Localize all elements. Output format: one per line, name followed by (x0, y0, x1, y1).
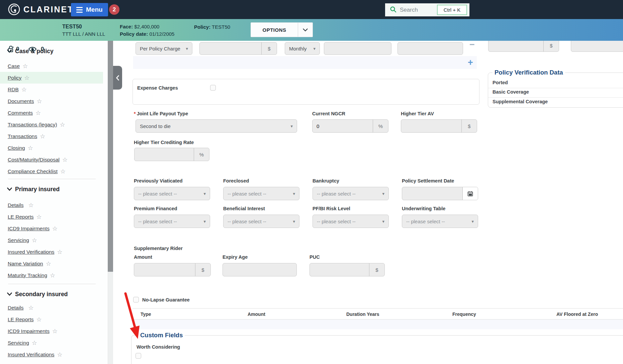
charge-type-select[interactable]: Per Policy Charge ▾ (136, 42, 192, 55)
star-icon[interactable]: ☆ (28, 202, 33, 209)
right-amount-input[interactable]: $ (488, 39, 559, 52)
star-icon[interactable]: ☆ (57, 248, 63, 256)
top-navbar: CLARINET Menu 2 Search Ctrl + K (0, 0, 623, 19)
previously-viaticated-select[interactable]: -- please select --▾ (134, 187, 210, 200)
rider-amount-input[interactable]: $ (134, 263, 211, 276)
star-icon[interactable]: ☆ (35, 109, 41, 117)
star-icon[interactable]: ☆ (22, 63, 28, 70)
sidebar-item-case[interactable]: Case☆ (0, 60, 103, 72)
charge-frequency-select[interactable]: Monthly ▾ (285, 42, 320, 55)
sidebar-item-transactions-legacy[interactable]: Transactions (legacy)☆ (0, 119, 103, 130)
star-icon[interactable]: ☆ (52, 225, 58, 232)
chevron-down-icon: ▾ (313, 46, 316, 51)
star-icon[interactable]: ☆ (46, 363, 51, 364)
right-edge-input[interactable] (571, 39, 623, 52)
search-placeholder: Search (400, 7, 418, 13)
sidebar-scrollbar-thumb[interactable] (108, 41, 113, 272)
star-icon[interactable]: ☆ (60, 168, 66, 175)
star-icon[interactable]: ☆ (57, 351, 63, 358)
notification-badge[interactable]: 2 (109, 4, 119, 15)
joint-life-select[interactable]: Second to die ▾ (136, 119, 297, 133)
sidebar-item-compliance-checklist[interactable]: Compliance Checklist☆ (0, 165, 103, 177)
menu-button-label: Menu (86, 6, 103, 13)
underwriting-table-select[interactable]: -- please select --▾ (402, 215, 478, 228)
sidebar-item-primary-icd9[interactable]: ICD9 Impairments☆ (0, 223, 103, 234)
sidebar-item-rdb[interactable]: RDB☆ (0, 84, 103, 95)
rider-expiry-age-input[interactable] (222, 263, 297, 276)
star-icon[interactable]: ☆ (32, 339, 37, 347)
sidebar-item-primary-name-variation[interactable]: Name Variation☆ (0, 258, 103, 269)
sidebar-item-primary-maturity-tracking[interactable]: Maturity Tracking☆ (0, 269, 103, 281)
sidebar-item-primary-details[interactable]: Details☆ (0, 199, 103, 211)
star-icon[interactable]: ☆ (32, 237, 37, 244)
add-row-button[interactable]: + (468, 59, 473, 66)
star-icon[interactable]: ☆ (28, 144, 33, 152)
star-icon[interactable]: ☆ (40, 133, 45, 140)
no-lapse-guarantee-checkbox[interactable] (133, 297, 139, 302)
chevron-down-icon[interactable] (298, 23, 313, 37)
sidebar-section-primary-insured[interactable]: Primary insured (0, 183, 108, 196)
eye-icon[interactable] (28, 46, 37, 53)
lock-count: 0 (16, 46, 19, 52)
sidebar: Case & policy Case☆ Policy☆ RDB☆ Documen… (0, 41, 108, 364)
sidebar-item-transactions[interactable]: Transactions☆ (0, 130, 103, 142)
calendar-icon[interactable] (462, 187, 478, 200)
rider-puc-input[interactable]: $ (309, 263, 385, 276)
sidebar-item-secondary-name-variation[interactable]: Name Variation☆ (0, 360, 103, 364)
sidebar-item-primary-insured-verifications[interactable]: Insured Verifications☆ (0, 246, 103, 258)
policy-settlement-date-label: Policy Settlement Date (402, 178, 454, 184)
sidebar-item-primary-servicing[interactable]: Servicing☆ (0, 234, 103, 246)
star-icon[interactable]: ☆ (50, 272, 55, 279)
sidebar-item-closing[interactable]: Closing☆ (0, 142, 103, 154)
bankruptcy-select[interactable]: -- please select --▾ (313, 187, 389, 200)
star-icon[interactable]: ☆ (46, 260, 51, 267)
dollar-suffix: $ (195, 263, 210, 276)
search-input[interactable]: Search Ctrl + K (385, 3, 469, 16)
star-icon[interactable]: ☆ (24, 74, 29, 82)
worth-considering-checkbox[interactable] (136, 353, 141, 359)
remove-row-button[interactable]: − (469, 43, 475, 46)
charge-amount-input[interactable]: $ (199, 42, 277, 55)
charge-end-input[interactable] (397, 42, 463, 55)
unlock-icon[interactable] (7, 46, 15, 54)
options-button-label: OPTIONS (251, 23, 298, 37)
higher-tier-av-input[interactable]: $ (401, 119, 477, 133)
higher-tier-crediting-rate-input[interactable]: % (134, 148, 209, 161)
worth-considering-label: Worth Considering (137, 344, 180, 350)
table-border (132, 308, 623, 309)
sidebar-item-policy[interactable]: Policy☆ (0, 72, 103, 84)
star-icon[interactable]: ☆ (28, 304, 33, 312)
sidebar-item-comments[interactable]: Comments☆ (0, 107, 103, 119)
sidebar-item-secondary-servicing[interactable]: Servicing☆ (0, 337, 103, 349)
sidebar-item-secondary-insured-verifications[interactable]: Insured Verifications☆ (0, 349, 103, 360)
sidebar-section-secondary-insured[interactable]: Secondary insured (0, 287, 108, 301)
star-icon[interactable]: ☆ (36, 98, 42, 105)
table-header-type: Type (141, 312, 151, 317)
star-icon[interactable]: ☆ (36, 316, 42, 323)
premium-financed-select[interactable]: -- please select --▾ (134, 215, 210, 228)
policy-settlement-date-input[interactable] (402, 187, 478, 200)
star-icon[interactable]: ☆ (60, 121, 65, 128)
table-header-av-floored: AV Floored at Zero (556, 312, 598, 317)
sidebar-item-documents[interactable]: Documents☆ (0, 95, 103, 107)
options-button[interactable]: OPTIONS (251, 22, 313, 37)
current-ngcr-input[interactable]: 0 % (312, 119, 388, 133)
sidebar-collapse-handle[interactable] (113, 66, 122, 90)
beneficial-interest-select[interactable]: -- please select --▾ (223, 215, 299, 228)
dollar-suffix: $ (261, 42, 277, 54)
star-icon[interactable]: ☆ (52, 328, 58, 335)
menu-button[interactable]: Menu (71, 3, 108, 16)
star-icon[interactable]: ☆ (21, 86, 27, 93)
sidebar-item-secondary-icd9[interactable]: ICD9 Impairments☆ (0, 325, 103, 337)
foreclosed-select[interactable]: -- please select --▾ (223, 187, 299, 200)
charge-start-input[interactable] (324, 42, 391, 55)
expense-charges-checkbox[interactable] (210, 85, 216, 91)
sidebar-item-cost-maturity-disposal[interactable]: Cost/Maturity/Disposal☆ (0, 154, 103, 165)
star-icon[interactable]: ☆ (36, 213, 42, 221)
star-icon[interactable]: ☆ (62, 156, 68, 163)
sidebar-item-secondary-le-reports[interactable]: LE Reports☆ (0, 314, 103, 325)
dollar-suffix: $ (369, 263, 384, 276)
sidebar-item-secondary-details[interactable]: Details☆ (0, 302, 103, 314)
pfbi-risk-level-select[interactable]: -- please select --▾ (313, 215, 389, 228)
sidebar-item-primary-le-reports[interactable]: LE Reports☆ (0, 211, 103, 223)
